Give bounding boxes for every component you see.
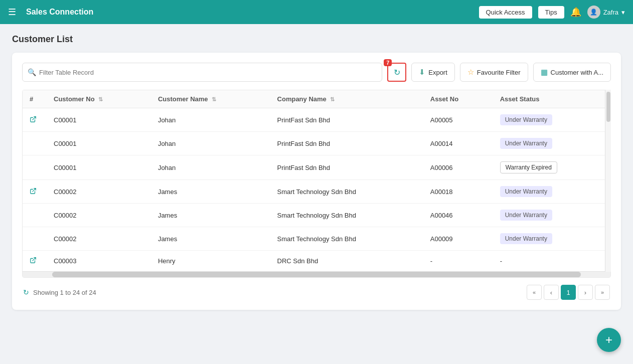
top-nav: ☰ Sales Connection Quick Access Tips 🔔 👤…: [0, 0, 633, 24]
row-customer-name: Henry: [151, 251, 270, 272]
row-asset-status: -: [493, 251, 610, 272]
row-customer-name: Johan: [151, 155, 270, 180]
col-hash: #: [23, 90, 47, 108]
customer-table: # Customer No ⇅ Customer Name ⇅ Company …: [23, 90, 610, 271]
vertical-scrollbar-thumb: [606, 92, 610, 122]
horizontal-scrollbar[interactable]: [23, 271, 610, 277]
row-asset-no: A00014: [423, 132, 493, 155]
row-customer-name: James: [151, 227, 270, 251]
col-company-name[interactable]: Company Name ⇅: [270, 90, 423, 108]
row-asset-no: A00006: [423, 155, 493, 180]
row-customer-no: C00001: [47, 108, 151, 132]
user-menu[interactable]: 👤 Zafra ▾: [587, 6, 625, 19]
status-badge: Under Warranty: [500, 114, 552, 125]
refresh-button-wrap: 7 ↻: [387, 63, 406, 82]
svg-line-0: [33, 116, 36, 119]
search-input[interactable]: [39, 69, 377, 76]
star-icon: ☆: [467, 68, 474, 77]
customer-filter-button[interactable]: ▦ Customer with A...: [533, 63, 611, 82]
row-asset-status: Under Warranty: [493, 204, 610, 227]
row-company-name: DRC Sdn Bhd: [270, 251, 423, 272]
pagination-buttons: « ‹ 1 › »: [527, 285, 610, 300]
sort-icon-customer-no: ⇅: [98, 96, 103, 102]
row-link-icon[interactable]: [30, 116, 37, 124]
page-title: Customer List: [12, 34, 621, 45]
table-row: C00003HenryDRC Sdn Bhd--: [23, 251, 610, 272]
row-link-icon[interactable]: [30, 257, 37, 265]
tips-button[interactable]: Tips: [538, 6, 564, 19]
status-badge: Under Warranty: [500, 233, 552, 244]
svg-line-2: [33, 258, 36, 261]
sort-icon-customer-name: ⇅: [212, 96, 216, 102]
first-page-button[interactable]: «: [527, 285, 542, 300]
bell-icon[interactable]: 🔔: [570, 7, 581, 18]
row-asset-status: Under Warranty: [493, 132, 610, 155]
pagination-info: ↻ Showing 1 to 24 of 24: [23, 288, 96, 296]
prev-page-button[interactable]: ‹: [544, 285, 559, 300]
pagination-text: Showing 1 to 24 of 24: [33, 289, 96, 296]
row-customer-name: James: [151, 204, 270, 227]
row-company-name: PrintFast Sdn Bhd: [270, 108, 423, 132]
row-hash-cell: [23, 108, 47, 132]
row-link-icon[interactable]: [30, 188, 37, 196]
row-asset-status: Under Warranty: [493, 227, 610, 251]
horizontal-scrollbar-thumb: [52, 272, 581, 277]
pagination-refresh-icon[interactable]: ↻: [23, 288, 29, 296]
table-row: C00002JamesSmart Technology Sdn BhdA0001…: [23, 180, 610, 204]
row-asset-no: A00009: [423, 227, 493, 251]
col-asset-no: Asset No: [423, 90, 493, 108]
row-company-name: Smart Technology Sdn Bhd: [270, 227, 423, 251]
status-badge: Under Warranty: [500, 210, 552, 221]
hamburger-icon[interactable]: ☰: [8, 7, 16, 18]
row-hash-cell: [23, 251, 47, 272]
toolbar: 🔍 7 ↻ ⬇ Export ☆ Favourite Filter ▦ Cust…: [22, 63, 611, 82]
row-asset-status: Under Warranty: [493, 180, 610, 204]
quick-access-button[interactable]: Quick Access: [479, 6, 532, 19]
table-row: C00002JamesSmart Technology Sdn BhdA0004…: [23, 204, 610, 227]
row-customer-no: C00001: [47, 132, 151, 155]
user-label: Zafra: [603, 9, 618, 16]
search-icon: 🔍: [28, 68, 36, 76]
next-page-button[interactable]: ›: [578, 285, 593, 300]
table-row: C00002JamesSmart Technology Sdn BhdA0000…: [23, 227, 610, 251]
page-1-button[interactable]: 1: [561, 285, 576, 300]
status-badge: Under Warranty: [500, 186, 552, 197]
page-content: Customer List 🔍 7 ↻ ⬇ Export ☆ Favourite…: [0, 24, 633, 320]
row-customer-no: C00002: [47, 180, 151, 204]
vertical-scrollbar[interactable]: [605, 90, 611, 272]
row-asset-status: Under Warranty: [493, 108, 610, 132]
table-row: C00001JohanPrintFast Sdn BhdA00014Under …: [23, 132, 610, 155]
table-outer: # Customer No ⇅ Customer Name ⇅ Company …: [22, 90, 611, 278]
export-button[interactable]: ⬇ Export: [411, 63, 455, 82]
favourite-filter-button[interactable]: ☆ Favourite Filter: [460, 63, 528, 82]
col-customer-no[interactable]: Customer No ⇅: [47, 90, 151, 108]
row-customer-name: Johan: [151, 132, 270, 155]
status-badge: Under Warranty: [500, 138, 552, 149]
search-wrap: 🔍: [22, 63, 382, 82]
status-badge: Warranty Expired: [500, 161, 557, 173]
row-asset-no: -: [423, 251, 493, 272]
main-card: 🔍 7 ↻ ⬇ Export ☆ Favourite Filter ▦ Cust…: [12, 53, 621, 310]
user-chevron-icon: ▾: [621, 9, 625, 16]
add-fab-button[interactable]: +: [597, 328, 621, 352]
row-customer-name: James: [151, 180, 270, 204]
row-hash-cell: [23, 204, 47, 227]
row-company-name: PrintFast Sdn Bhd: [270, 155, 423, 180]
export-label: Export: [428, 69, 447, 76]
row-customer-no: C00003: [47, 251, 151, 272]
col-customer-name[interactable]: Customer Name ⇅: [151, 90, 270, 108]
last-page-button[interactable]: »: [595, 285, 610, 300]
col-asset-status: Asset Status: [493, 90, 610, 108]
filter-icon: ▦: [541, 68, 548, 77]
filter-label: Customer with A...: [551, 69, 603, 76]
favourite-label: Favourite Filter: [477, 69, 521, 76]
row-hash-cell: [23, 180, 47, 204]
row-customer-no: C00002: [47, 227, 151, 251]
row-asset-no: A00018: [423, 180, 493, 204]
avatar: 👤: [587, 6, 600, 19]
row-company-name: PrintFast Sdn Bhd: [270, 132, 423, 155]
pagination-row: ↻ Showing 1 to 24 of 24 « ‹ 1 › »: [22, 285, 611, 300]
row-hash-cell: [23, 227, 47, 251]
refresh-badge: 7: [384, 59, 392, 66]
row-customer-no: C00002: [47, 204, 151, 227]
